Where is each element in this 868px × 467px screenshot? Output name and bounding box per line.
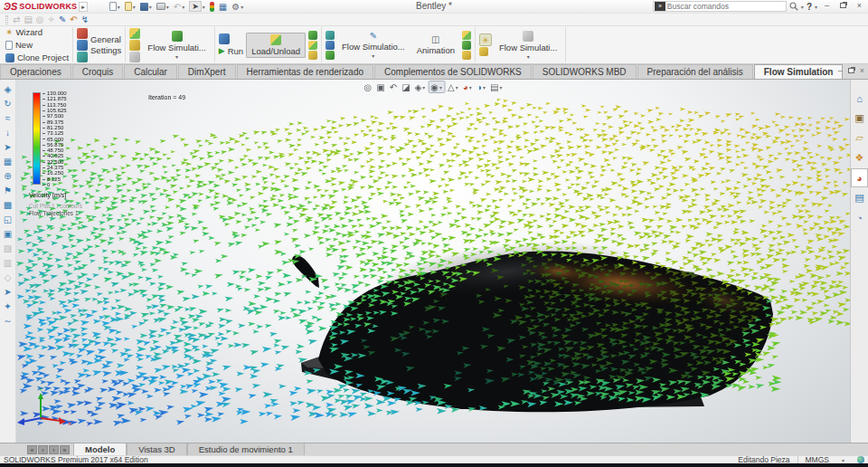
last-sheet-icon[interactable]: » xyxy=(60,445,70,454)
magnify-icon[interactable]: ◎ xyxy=(36,14,44,25)
select-cursor-icon[interactable]: ➤▾ xyxy=(187,1,207,13)
doc-restore-icon[interactable] xyxy=(848,66,854,75)
search-icon[interactable] xyxy=(789,2,798,11)
boundary-conditions-icon[interactable] xyxy=(129,28,140,39)
minimize-button[interactable]: – xyxy=(820,1,834,12)
lightbulb-icon[interactable]: ☀ xyxy=(479,33,492,46)
first-sheet-icon[interactable]: « xyxy=(27,445,37,454)
prev-sheet-icon[interactable]: ‹ xyxy=(38,445,48,454)
xy-plot-icon[interactable]: ∼ xyxy=(2,315,14,328)
sheet-tab[interactable]: Modelo xyxy=(73,443,127,455)
heat-source-icon[interactable]: ➤ xyxy=(2,141,14,154)
command-search[interactable]: » xyxy=(653,1,787,12)
display-style-icon[interactable]: ◉▾ xyxy=(428,81,445,93)
help-dropdown-icon[interactable]: ▾ xyxy=(815,4,817,10)
zoom-to-fit-icon[interactable]: ◎ xyxy=(363,81,374,93)
porous-medium-icon[interactable]: ▦ xyxy=(2,156,14,168)
clone-project-button[interactable]: Clone Project xyxy=(5,52,69,63)
close-button[interactable]: × xyxy=(853,1,866,12)
parametric-icon[interactable] xyxy=(462,41,471,50)
isosurface-plot-icon[interactable]: ➤ xyxy=(2,286,14,299)
save-icon[interactable]: ▾ xyxy=(138,1,154,13)
velocity-legend[interactable]: 130.000121.875113.750105.62597.50089.375… xyxy=(33,92,67,187)
mesh-plot-icon[interactable]: ▨ xyxy=(2,243,14,255)
command-tab[interactable]: Operaciones xyxy=(0,64,71,79)
initial-condition-icon[interactable]: ⊕ xyxy=(2,170,14,183)
design-library-icon[interactable]: ▣ xyxy=(851,109,868,128)
custom-properties-icon[interactable]: ▤ xyxy=(851,188,868,207)
batch-run-icon[interactable] xyxy=(308,31,317,40)
sheet-tab[interactable]: Estudio de movimiento 1 xyxy=(187,443,305,455)
web-globe-icon[interactable] xyxy=(857,456,864,463)
command-tab[interactable]: Herramientas de renderizado xyxy=(237,64,374,79)
goals-plot-icon[interactable] xyxy=(308,51,317,60)
results-summary-icon[interactable] xyxy=(308,41,317,50)
help-button[interactable]: ? xyxy=(807,2,812,12)
surface-plot-icon[interactable] xyxy=(326,41,335,50)
command-tab[interactable]: DimXpert xyxy=(178,64,236,79)
settings-gear-icon[interactable]: ⚙▾ xyxy=(230,1,245,13)
undo-icon[interactable]: ↶▾ xyxy=(172,1,186,13)
previous-view-icon[interactable]: ↶ xyxy=(388,81,399,93)
restore-button[interactable] xyxy=(836,1,850,12)
command-tab[interactable]: Croquis xyxy=(72,64,123,79)
view-settings-icon[interactable]: ▤▾ xyxy=(488,81,504,93)
command-tab[interactable]: Complementos de SOLIDWORKS xyxy=(374,64,532,79)
sheet-tab[interactable]: Vistas 3D xyxy=(127,443,186,455)
edit-appearance-icon[interactable]: ◕▾ xyxy=(461,81,474,93)
boundary-condition-icon[interactable]: ≈ xyxy=(2,112,14,125)
gear-icon[interactable] xyxy=(77,52,88,62)
engineering-database-icon[interactable] xyxy=(77,40,88,51)
solver-monitor-icon[interactable] xyxy=(219,33,230,44)
section-view-icon[interactable]: ◪ xyxy=(400,81,411,93)
trajectories-icon[interactable] xyxy=(326,51,335,60)
report-icon[interactable] xyxy=(462,51,471,60)
display-options-icon[interactable] xyxy=(479,47,488,56)
hide-show-items-icon[interactable]: △▾ xyxy=(446,81,460,93)
fluid-subdomain-icon[interactable]: ↻ xyxy=(2,98,14,110)
sketch-pen-icon[interactable]: ✎ xyxy=(59,14,66,25)
reference-triad-icon[interactable]: ↯ xyxy=(81,14,89,25)
view-orientation-icon[interactable]: ◈▾ xyxy=(413,81,428,93)
cut-plot-icon[interactable]: ▥ xyxy=(2,257,14,270)
display-states-icon[interactable] xyxy=(208,1,216,13)
goal-icon[interactable]: ⚑ xyxy=(2,185,14,197)
toolbar-grip[interactable] xyxy=(5,15,8,24)
rebuild-icon[interactable]: ⇄ xyxy=(13,14,20,25)
rotate-view-icon[interactable]: ↶ xyxy=(70,14,77,25)
search-scope-icon[interactable]: » xyxy=(655,2,665,11)
open-document-icon[interactable]: ▾ xyxy=(123,1,137,13)
new-document-icon[interactable]: ▾ xyxy=(108,1,122,13)
snapshot-icon[interactable]: ▤ xyxy=(24,14,32,25)
fan-icon[interactable]: ↓ xyxy=(2,127,14,139)
load-unload-button[interactable]: Load/Unload xyxy=(246,33,306,58)
new-project-button[interactable]: New xyxy=(5,39,69,51)
cut-plot-icon[interactable] xyxy=(326,31,335,40)
apply-scene-icon[interactable]: ◑▾ xyxy=(475,81,487,93)
flow-simulation-dropdown-2[interactable]: ✎ Flow Simulatio... ▾ xyxy=(337,30,410,60)
home-icon[interactable]: ⌂ xyxy=(851,89,868,108)
forum-icon[interactable]: ◔ xyxy=(851,208,868,227)
appearances-icon[interactable]: ◕ xyxy=(851,168,868,187)
general-settings-button[interactable]: General Settings xyxy=(90,34,121,55)
zoom-to-area-icon[interactable]: ▣ xyxy=(374,81,386,93)
units-dropdown-icon[interactable]: ▾ xyxy=(842,457,844,463)
file-explorer-icon[interactable]: ▱ xyxy=(851,129,868,148)
flow-simulation-dropdown-1[interactable]: Flow Simulati... ▾ xyxy=(143,30,210,61)
command-tab[interactable]: Preparación del análisis xyxy=(637,64,753,79)
command-tab[interactable]: SOLIDWORKS MBD xyxy=(533,64,637,79)
search-options-icon[interactable]: ✧ xyxy=(48,14,55,25)
view-palette-icon[interactable]: ❖ xyxy=(851,148,868,167)
compare-icon[interactable] xyxy=(462,31,471,40)
next-sheet-icon[interactable]: › xyxy=(49,445,59,454)
graphics-viewport[interactable]: ◎▣↶◪◈▾◉▾△▾◕▾◑▾▤▾ 130.000121.875113.75010… xyxy=(16,80,850,443)
search-input[interactable] xyxy=(667,2,786,11)
animation-button[interactable]: ◫ Animation xyxy=(412,33,459,56)
surface-plot-icon[interactable]: ◇ xyxy=(2,272,14,284)
computational-domain-icon[interactable]: ◈ xyxy=(2,83,14,96)
command-tab[interactable]: Calcular xyxy=(124,64,177,79)
sources-icon[interactable] xyxy=(129,52,140,62)
results-icon[interactable]: ▣ xyxy=(2,228,14,241)
search-dropdown-icon[interactable]: ▾ xyxy=(801,4,804,10)
local-mesh-icon[interactable]: ▩ xyxy=(2,199,14,212)
